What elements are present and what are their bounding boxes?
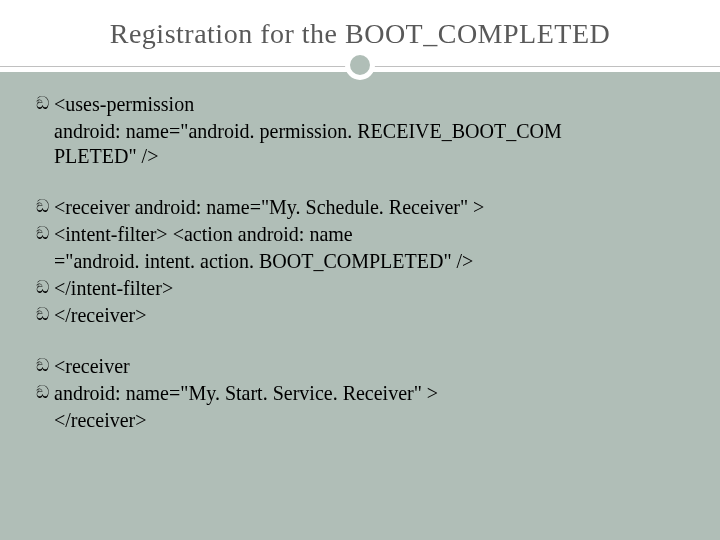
ring-icon [345, 50, 375, 80]
code-text: ="android. intent. action. BOOT_COMPLETE… [36, 249, 684, 274]
code-text: </receiver> [54, 303, 684, 328]
code-text: android: name="android. permission. RECE… [36, 119, 684, 144]
bullet-icon: ඞ [36, 303, 54, 326]
bullet-icon: ඞ [36, 222, 54, 245]
code-text: </receiver> [36, 408, 684, 433]
code-line: ඞ <intent-filter> <action android: name [36, 222, 684, 247]
code-text: PLETED" /> [36, 144, 684, 169]
slide: Registration for the BOOT_COMPLETED ඞ <u… [0, 0, 720, 540]
bullet-icon: ඞ [36, 276, 54, 299]
content-area: ඞ <uses-permission android: name="androi… [28, 88, 692, 433]
bullet-icon: ඞ [36, 195, 54, 218]
code-line: ඞ android: name="My. Start. Service. Rec… [36, 381, 684, 406]
code-text: <intent-filter> <action android: name [54, 222, 684, 247]
code-line: ඞ <receiver android: name="My. Schedule.… [36, 195, 684, 220]
bullet-icon: ඞ [36, 381, 54, 404]
code-text: <receiver [54, 354, 684, 379]
divider [0, 50, 720, 82]
code-text: <receiver android: name="My. Schedule. R… [54, 195, 684, 220]
bullet-icon: ඞ [36, 354, 54, 377]
code-text: </intent-filter> [54, 276, 684, 301]
code-line: ඞ <receiver [36, 354, 684, 379]
code-text: android: name="My. Start. Service. Recei… [54, 381, 684, 406]
bullet-icon: ඞ [36, 92, 54, 115]
code-line: ඞ </receiver> [36, 303, 684, 328]
code-line: ඞ <uses-permission [36, 92, 684, 117]
code-block-2: ඞ <receiver android: name="My. Schedule.… [36, 195, 684, 328]
slide-title: Registration for the BOOT_COMPLETED [28, 18, 692, 50]
code-text: <uses-permission [54, 92, 684, 117]
code-block-3: ඞ <receiver ඞ android: name="My. Start. … [36, 354, 684, 433]
code-line: ඞ </intent-filter> [36, 276, 684, 301]
code-block-1: ඞ <uses-permission android: name="androi… [36, 92, 684, 169]
